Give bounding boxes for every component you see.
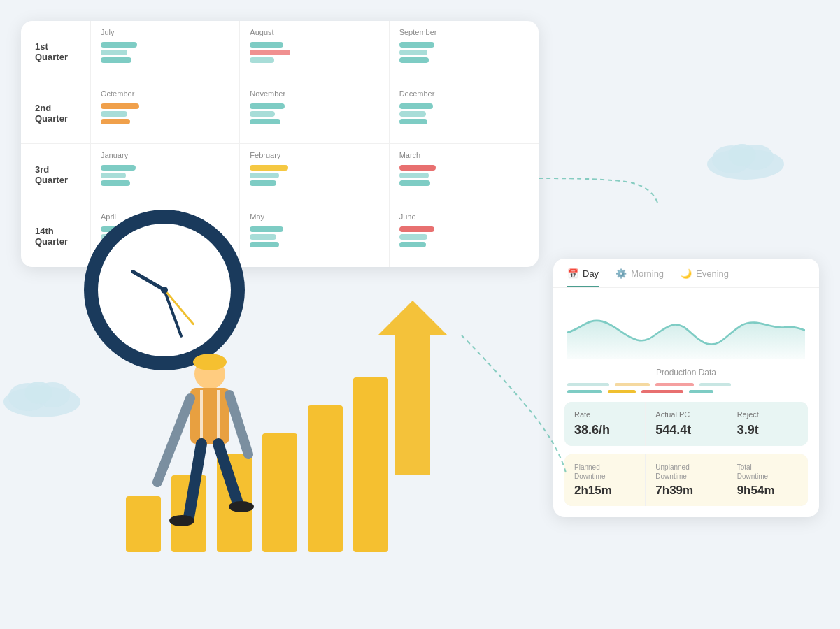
moon-icon: 🌙 [681,268,692,279]
month-cell-november: November [240,82,389,143]
bar [250,111,275,117]
month-name-october: Octember [101,89,229,98]
month-cell-may: May [240,205,389,267]
bar-chart-6 [353,377,388,552]
worker-vest [190,388,229,444]
worker-helmet [193,354,227,370]
legend-bar-2c [641,390,683,393]
legend-bar-1d [699,383,731,386]
downtime-planned-value: 2h15m [574,484,635,498]
downtime-grid: PlannedDowntime 2h15m UnplannedDowntime … [564,454,808,506]
chart-svg [567,299,805,359]
bar [101,165,136,171]
bar [250,242,279,247]
month-cell-march: March [390,144,539,205]
legend-row-1 [567,383,805,386]
bar [399,173,429,178]
bar [250,119,280,124]
bar [101,42,137,48]
downtime-total: TotalDowntime 9h54m [727,454,808,506]
bar [250,234,276,240]
bar [399,42,434,48]
quarter-row-3: 3rdQuarter January February March [21,144,539,205]
production-chart [553,288,819,365]
worker-arm-right [229,395,248,454]
quarter-label-1: 1stQuarter [21,21,91,82]
stat-rate-label: Rate [574,410,635,419]
month-name-june: June [399,212,529,221]
stat-rate-value: 38.6/h [574,423,635,438]
calendar-icon: 📅 [567,268,578,279]
tab-evening[interactable]: 🌙 Evening [681,268,729,287]
stat-reject-value: 3.9t [737,423,798,438]
bar [399,180,430,186]
quarter-label-3: 3rdQuarter [21,144,91,205]
month-cell-june: June [390,205,539,267]
bar [101,111,127,117]
dashed-line-1 [539,178,657,203]
cloud-left-svg [0,370,91,419]
bar [101,173,126,178]
bar [101,50,127,55]
bar [101,57,131,63]
production-tabs: 📅 Day ⚙️ Morning 🌙 Evening [553,259,819,288]
illustration-area [42,266,532,559]
bar [101,180,130,186]
legend-bar-2b [608,390,636,393]
tab-evening-label: Evening [696,268,729,279]
bar [399,242,426,247]
svg-point-9 [728,144,756,166]
month-cell-february: February [240,144,389,205]
bar [250,226,283,232]
production-card: 📅 Day ⚙️ Morning 🌙 Evening Produ [553,259,819,517]
stat-actual-pc-label: Actual PC [655,410,716,419]
bar [399,103,433,109]
month-name-august: August [250,28,378,36]
stat-reject: Reject 3.9t [727,402,808,446]
bar-chart-1 [126,496,161,552]
bar-chart-4 [262,433,297,552]
cloud-right-svg [700,133,791,182]
quarter-row-2: 2ndQuarter Octember November December [21,82,539,144]
downtime-planned-label: PlannedDowntime [574,463,635,481]
month-name-february: February [250,151,378,159]
bar [399,57,429,63]
bar [399,111,426,117]
downtime-total-value: 9h54m [737,484,798,498]
production-chart-title: Production Data [553,368,819,377]
quarter-label-2: 2ndQuarter [21,82,91,143]
tab-morning[interactable]: ⚙️ Morning [615,268,664,287]
stat-actual-pc: Actual PC 544.4t [646,402,726,446]
month-name-january: January [101,151,229,159]
bar [101,103,139,109]
stats-grid: Rate 38.6/h Actual PC 544.4t Reject 3.9t [564,402,808,446]
bar [399,50,427,55]
tab-day[interactable]: 📅 Day [567,268,599,287]
tab-morning-label: Morning [631,268,664,279]
bar [250,165,288,171]
month-name-march: March [399,151,529,159]
downtime-planned: PlannedDowntime 2h15m [564,454,645,506]
downtime-unplanned-label: UnplannedDowntime [655,463,716,481]
downtime-total-label: TotalDowntime [737,463,798,481]
cloud-right [700,133,791,185]
worker-arm-left [157,398,190,482]
bar [250,103,285,109]
quarter-label-4: 14thQuarter [21,205,91,267]
month-name-september: September [399,28,529,36]
bar [399,226,434,232]
bar [250,173,279,178]
stat-rate: Rate 38.6/h [564,402,645,446]
bar [250,57,274,63]
clock-center-dot [161,287,168,294]
downtime-unplanned: UnplannedDowntime 7h39m [646,454,726,506]
legend-bar-1b [615,383,650,386]
svg-point-5 [24,382,52,404]
bar-chart-5 [308,405,343,552]
month-cell-december: December [390,82,539,143]
legend-bar-1a [567,383,609,386]
illustration-svg [42,266,532,559]
legend-bar-2d [689,390,713,393]
legend-bar-2a [567,390,602,393]
month-cell-january: January [91,144,240,205]
